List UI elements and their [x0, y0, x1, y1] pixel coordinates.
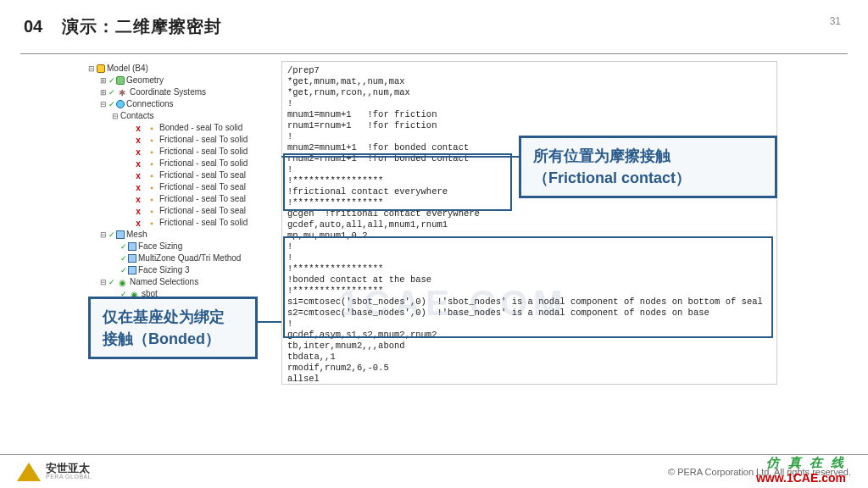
coordsys-icon: ✱: [116, 87, 128, 97]
tree-toggle-icon[interactable]: ⊟: [98, 98, 108, 110]
watermark-cn: 仿 真 在 线: [766, 455, 846, 471]
suppress-x-icon: x: [132, 147, 144, 157]
contact-icon: ▪: [146, 206, 158, 216]
watermark-url: www.1CAE.com: [756, 471, 846, 485]
suppress-x-icon: x: [132, 206, 144, 216]
leader-line-bonded: [258, 321, 281, 323]
tree-item[interactable]: x▪Frictional - seal To seal: [86, 181, 269, 193]
mesh-icon: [128, 266, 136, 274]
tree-item-label: Frictional - seal To seal: [159, 181, 246, 193]
mesh-icon: [128, 254, 136, 263]
tree-item[interactable]: Face Sizing 3: [86, 264, 269, 276]
tree-item[interactable]: Face Sizing: [86, 241, 269, 252]
contact-icon: ▪: [146, 170, 158, 180]
footer: 安世亚太 PERA GLOBAL © PERA Corporation Ltd.…: [0, 454, 868, 488]
tree-item-label: Frictional - seal To seal: [159, 193, 246, 205]
tree-item-label: Geometry: [126, 75, 164, 86]
page-title: 演示：二维摩擦密封: [62, 15, 222, 38]
section-number: 04: [24, 17, 42, 36]
tree-toggle-icon[interactable]: ⊞: [98, 75, 108, 86]
annotation-frictional-line2: （Frictional contact）: [533, 167, 763, 189]
mesh-icon: [116, 230, 125, 239]
tree-item[interactable]: x▪Frictional - seal To seal: [86, 193, 269, 205]
geo-icon: [116, 76, 125, 85]
selection-icon: ◉: [116, 277, 128, 287]
annotation-bonded: 仅在基座处为绑定 接触（Bonded）: [88, 297, 258, 359]
annotation-bonded-line2: 接触（Bonded）: [103, 328, 243, 350]
suppress-x-icon: x: [132, 194, 144, 204]
tree-toggle-icon[interactable]: ⊟: [110, 110, 120, 122]
check-icon: [108, 75, 116, 86]
contact-icon: ▪: [146, 194, 158, 204]
suppress-x-icon: x: [132, 182, 144, 192]
tree-item-label: Bonded - seal To solid: [159, 122, 242, 134]
tree-item-label: Face Sizing 3: [138, 264, 190, 276]
tree-item-label: Contacts: [120, 110, 153, 122]
logo-block: 安世亚太 PERA GLOBAL: [17, 463, 92, 481]
tree-toggle-icon[interactable]: ⊞: [98, 86, 108, 98]
tree-item-label: Connections: [126, 98, 174, 110]
check-icon: [120, 264, 128, 276]
check-icon: [108, 229, 116, 241]
tree-item[interactable]: ⊟Contacts: [86, 110, 269, 122]
tree-item[interactable]: MultiZone Quad/Tri Method: [86, 252, 269, 264]
suppress-x-icon: x: [132, 158, 144, 169]
mesh-icon: [128, 242, 136, 251]
tree-item[interactable]: x▪Frictional - seal To seal: [86, 205, 269, 217]
tree-toggle-icon[interactable]: ⊟: [86, 63, 97, 75]
tree-item[interactable]: ⊟Mesh: [86, 229, 269, 241]
tree-item-label: Frictional - seal To solid: [159, 217, 248, 229]
contact-icon: ▪: [146, 158, 158, 169]
suppress-x-icon: x: [132, 123, 144, 133]
check-icon: [108, 276, 116, 288]
tree-item[interactable]: ⊟◉Named Selections: [86, 276, 269, 288]
annotation-bonded-line1: 仅在基座处为绑定: [103, 306, 243, 328]
logo-triangle-icon: [17, 463, 41, 481]
tree-item[interactable]: x▪Frictional - seal To solid: [86, 134, 269, 146]
check-icon: [120, 252, 128, 264]
contact-icon: ▪: [146, 135, 158, 145]
suppress-x-icon: x: [132, 218, 144, 228]
tree-item[interactable]: x▪Frictional - seal To solid: [86, 146, 269, 158]
tree-item-label: MultiZone Quad/Tri Method: [138, 252, 241, 264]
tree-toggle-icon[interactable]: ⊟: [98, 229, 108, 241]
tree-item-label: Mesh: [126, 229, 147, 241]
tree-item-label: Frictional - seal To seal: [159, 205, 246, 217]
tree-item-label: Frictional - seal To seal: [159, 169, 246, 181]
tree-item[interactable]: x▪Bonded - seal To solid: [86, 122, 269, 134]
tree-item-label: Frictional - seal To solid: [159, 146, 248, 158]
check-icon: [108, 86, 116, 98]
tree-item[interactable]: ⊞✱Coordinate Systems: [86, 86, 269, 98]
page-number: 31: [830, 15, 841, 27]
tree-item-label: Coordinate Systems: [130, 86, 206, 98]
tree-item-label: Named Selections: [130, 276, 198, 288]
tree-item[interactable]: x▪Frictional - seal To seal: [86, 169, 269, 181]
tree-item-label: Face Sizing: [138, 241, 182, 252]
tree-item[interactable]: ⊟Model (B4): [86, 63, 269, 75]
annotation-frictional: 所有位置为摩擦接触 （Frictional contact）: [519, 136, 777, 198]
tree-item[interactable]: x▪Frictional - seal To solid: [86, 217, 269, 229]
contact-icon: ▪: [146, 218, 158, 228]
check-icon: [120, 241, 128, 252]
content-area: ⊟Model (B4)⊞Geometry⊞✱Coordinate Systems…: [0, 54, 868, 444]
tree-toggle-icon[interactable]: ⊟: [98, 276, 108, 288]
tree-item[interactable]: ⊟Connections: [86, 98, 269, 110]
brand-cn: 安世亚太: [46, 463, 92, 474]
tree-item-label: Frictional - seal To solid: [159, 134, 248, 146]
apdl-code-block: /prep7 *get,mnum,mat,,num,max *get,rnum,…: [281, 61, 777, 385]
conn-icon: [116, 100, 125, 108]
brand-en: PERA GLOBAL: [46, 474, 92, 480]
suppress-x-icon: x: [132, 135, 144, 145]
suppress-x-icon: x: [132, 170, 144, 180]
check-icon: [108, 98, 116, 110]
contact-icon: ▪: [146, 182, 158, 192]
model-icon: [97, 64, 105, 73]
tree-item[interactable]: ⊞Geometry: [86, 75, 269, 86]
tree-item-label: Model (B4): [107, 63, 148, 75]
leader-line-frictional: [281, 156, 519, 158]
tree-item[interactable]: x▪Frictional - seal To solid: [86, 158, 269, 169]
contact-icon: ▪: [146, 123, 158, 133]
tree-item-label: Frictional - seal To solid: [159, 158, 248, 169]
annotation-frictional-line1: 所有位置为摩擦接触: [533, 145, 763, 167]
contact-icon: ▪: [146, 147, 158, 157]
